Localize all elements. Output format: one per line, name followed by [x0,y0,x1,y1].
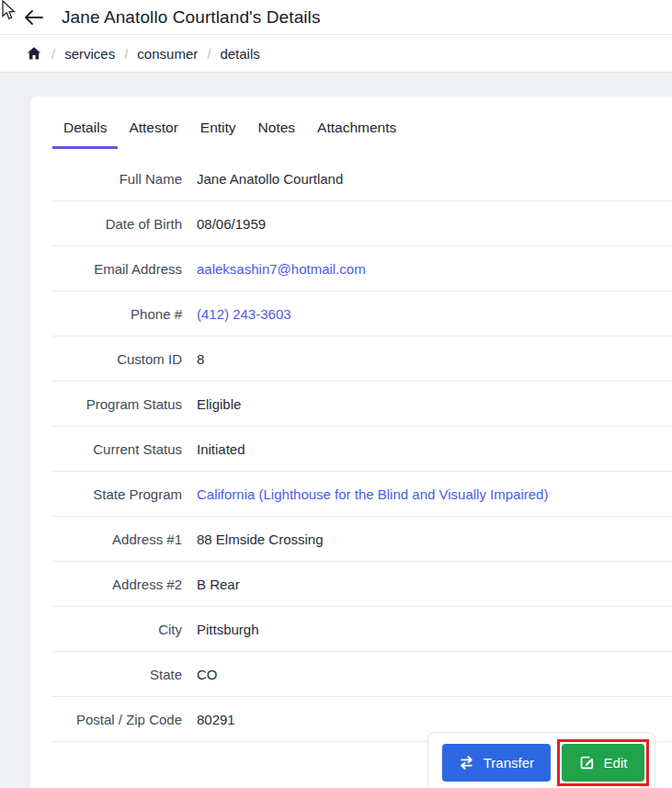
home-icon[interactable] [26,45,42,62]
breadcrumb-item-services[interactable]: services [64,46,115,62]
tab-entity[interactable]: Entity [189,110,247,149]
detail-label: Date of Birth [52,216,182,232]
breadcrumb-item-details[interactable]: details [220,46,259,62]
detail-label: State Program [52,486,182,502]
detail-label: Current Status [52,441,182,457]
edit-button-label: Edit [604,755,628,771]
detail-label: Address #2 [52,577,182,592]
detail-value: Eligible [197,396,241,412]
detail-row: Address #2B Rear [52,562,672,607]
detail-label: Custom ID [52,351,182,367]
detail-label: Address #1 [52,531,182,547]
edit-button[interactable]: Edit [562,744,644,782]
detail-value-link[interactable]: California (Lighthouse for the Blind and… [197,486,548,502]
breadcrumb-separator: / [207,46,211,62]
detail-value: Initiated [197,441,245,457]
detail-row: Email Addressaaleksashin7@hotmail.com [52,246,672,291]
detail-row: Date of Birth08/06/1959 [52,201,672,246]
detail-value: 88 Elmside Crossing [197,531,324,547]
detail-row: State ProgramCalifornia (Lighthouse for … [52,472,672,517]
detail-label: Full Name [52,171,182,187]
breadcrumb-item-consumer[interactable]: consumer [137,46,198,62]
breadcrumb-separator: / [124,46,128,62]
tab-notes[interactable]: Notes [247,110,307,149]
transfer-button-label: Transfer [484,755,534,771]
detail-row: Custom ID8 [52,337,672,382]
tab-attestor[interactable]: Attestor [118,110,188,149]
swap-arrows-icon [459,756,474,770]
detail-label: City [52,622,182,637]
detail-value-link[interactable]: (412) 243-3603 [197,306,291,322]
detail-value: Pittsburgh [197,622,259,637]
breadcrumb-separator: / [51,46,55,62]
detail-label: Postal / Zip Code [52,712,182,727]
detail-value: 8 [197,351,204,367]
pen-square-icon [579,755,595,771]
detail-label: Program Status [52,396,182,412]
detail-row: StateCO [52,652,672,697]
edit-highlight-outline: Edit [557,739,649,786]
back-button[interactable] [23,7,43,28]
arrow-left-icon [24,10,43,25]
detail-row: Address #188 Elmside Crossing [52,517,672,562]
detail-value: 80291 [197,712,235,727]
detail-row: Current StatusInitiated [52,427,672,472]
breadcrumb: /services/consumer/details [0,35,672,73]
header-bar: Jane Anatollo Courtland's Details [0,0,672,35]
tab-details[interactable]: Details [52,110,118,149]
detail-value: CO [197,667,218,682]
tab-bar: DetailsAttestorEntityNotesAttachments [30,97,672,149]
detail-row: Phone #(412) 243-3603 [52,291,672,337]
details-table: Full NameJane Anatollo CourtlandDate of … [52,156,672,742]
detail-label: State [52,667,182,682]
details-card: DetailsAttestorEntityNotesAttachments Fu… [30,97,672,788]
detail-row: Full NameJane Anatollo Courtland [52,156,672,201]
transfer-button[interactable]: Transfer [442,744,551,782]
page-title: Jane Anatollo Courtland's Details [62,7,321,28]
detail-value-link[interactable]: aaleksashin7@hotmail.com [197,261,366,277]
tab-attachments[interactable]: Attachments [306,110,407,149]
detail-label: Email Address [52,261,182,277]
detail-value: Jane Anatollo Courtland [197,171,343,187]
detail-label: Phone # [52,306,182,322]
detail-row: Program StatusEligible [52,382,672,427]
detail-value: 08/06/1959 [197,216,266,232]
action-bar: Transfer Edit [427,732,655,788]
detail-value: B Rear [197,577,240,592]
detail-row: CityPittsburgh [52,607,672,652]
